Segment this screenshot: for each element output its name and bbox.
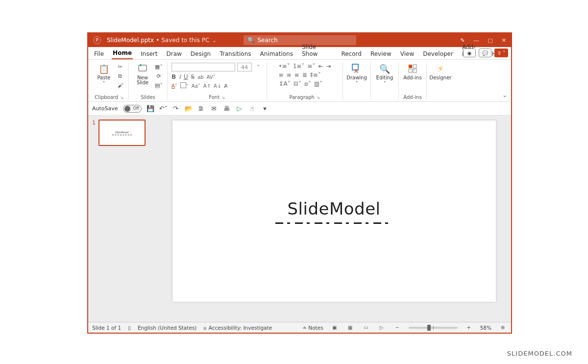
slide-thumbnail-1[interactable]: SlideModel <box>98 120 146 146</box>
chevron-down-icon[interactable]: ˅ <box>254 63 263 71</box>
font-color-button[interactable]: A˅ <box>172 83 177 89</box>
fit-to-window-button[interactable]: ⊕ <box>498 324 507 331</box>
align-left-button[interactable]: ≡ <box>278 72 283 78</box>
cut-button[interactable]: ✂ <box>116 63 124 71</box>
thumbnail-number: 1 <box>92 120 96 146</box>
align-center-button[interactable]: ≡ <box>287 72 292 78</box>
new-slide-button[interactable]: New Slide <box>133 63 152 85</box>
save-state[interactable]: Saved to this PC <box>161 37 209 44</box>
copy-button[interactable]: ⧉ <box>116 72 124 80</box>
slide-canvas-area[interactable]: SlideModel <box>157 116 511 322</box>
email-button[interactable]: ✉ <box>210 105 218 112</box>
columns-button[interactable]: ▥˅ <box>314 80 322 87</box>
slide[interactable]: SlideModel <box>172 121 496 302</box>
dashed-line-shape[interactable] <box>275 222 393 224</box>
smartart-button[interactable]: ⧈˅ <box>304 80 311 87</box>
maximize-button[interactable]: ▢ <box>488 37 492 44</box>
slideshow-view-button[interactable]: ▷ <box>377 324 386 331</box>
shadow-button[interactable]: ab <box>197 74 203 80</box>
reading-view-button[interactable]: ▭ <box>362 324 370 331</box>
align-right-button[interactable]: ≡ <box>294 72 299 78</box>
character-spacing-button[interactable]: AV˅ <box>207 74 216 80</box>
text-direction-button[interactable]: ↕A˅ <box>278 80 290 87</box>
watermark: SLIDEMODEL.COM <box>507 350 572 357</box>
slide-sorter-button[interactable]: ▦ <box>346 324 355 331</box>
numbering-button[interactable]: 1≡˅ <box>293 63 305 70</box>
undo-button[interactable]: ↶˅ <box>159 105 167 112</box>
slide-counter[interactable]: Slide 1 of 1 <box>92 325 121 331</box>
section-button[interactable]: ▤˅ <box>154 81 163 89</box>
tab-transitions[interactable]: Transitions <box>219 49 252 59</box>
change-case-button[interactable]: Aa˅ <box>192 83 200 89</box>
editing-button[interactable]: 🔍 Editing˅ <box>375 63 394 86</box>
tab-file[interactable]: File <box>93 49 105 59</box>
normal-view-button[interactable]: ▣ <box>330 324 339 331</box>
justify-button[interactable]: ≣ <box>302 72 307 78</box>
tab-review[interactable]: Review <box>369 49 392 59</box>
dialog-launcher-icon[interactable]: ↘ <box>221 95 225 100</box>
touch-mode-button[interactable]: ☝ <box>248 105 256 112</box>
grow-font-button[interactable]: A↑ <box>203 83 211 89</box>
layout-button[interactable]: ▦˅ <box>154 63 163 71</box>
strikethrough-button[interactable]: S <box>191 73 195 80</box>
accessibility-status[interactable]: ⍟ Accessibility: Investigate <box>203 325 272 331</box>
addins-button[interactable]: Add-ins <box>403 63 422 80</box>
font-size-combo[interactable]: 44 <box>237 63 252 72</box>
tab-insert[interactable]: Insert <box>140 49 158 59</box>
font-family-combo[interactable] <box>172 63 235 72</box>
drawing-button[interactable]: A Drawing˅ <box>347 63 367 86</box>
highlight-button[interactable]: ˅ <box>180 82 189 89</box>
open-button[interactable]: 📂 <box>185 105 193 112</box>
dialog-launcher-icon[interactable]: ↘ <box>317 95 320 100</box>
zoom-in-button[interactable]: + <box>465 324 473 331</box>
chevron-down-icon[interactable]: ⌄ <box>212 38 216 43</box>
bullets-button[interactable]: •≡˅ <box>278 63 290 70</box>
zoom-slider[interactable] <box>409 327 458 329</box>
collapse-ribbon-button[interactable]: ⌄ <box>502 92 507 98</box>
share-button[interactable]: ⇧ ˅ <box>494 49 508 57</box>
from-beginning-button[interactable]: ▷ <box>236 105 244 112</box>
bold-button[interactable]: B <box>172 73 176 80</box>
line-spacing-button[interactable]: ‡≡˅ <box>310 72 321 78</box>
tab-draw[interactable]: Draw <box>165 49 182 59</box>
tab-home[interactable]: Home <box>112 48 133 59</box>
increase-indent-button[interactable]: ⇥ <box>326 63 331 70</box>
record-presentation-button[interactable]: ◉ <box>463 49 476 57</box>
dialog-launcher-icon[interactable]: ↘ <box>120 95 124 100</box>
tab-design[interactable]: Design <box>190 49 212 59</box>
redo-button[interactable]: ↷ <box>172 105 180 112</box>
italic-button[interactable]: I <box>179 73 181 80</box>
book-icon[interactable]: ▯ <box>128 325 131 331</box>
svg-text:A: A <box>354 68 358 74</box>
tab-record[interactable]: Record <box>340 49 362 59</box>
tab-animations[interactable]: Animations <box>259 49 294 59</box>
comments-button[interactable]: 💬 <box>479 49 491 57</box>
document-name[interactable]: SlideModel.pptx <box>107 37 154 44</box>
reset-button[interactable]: ⟳ <box>154 72 163 80</box>
tab-view[interactable]: View <box>399 49 415 59</box>
zoom-out-button[interactable]: − <box>393 324 402 331</box>
zoom-level[interactable]: 58% <box>480 325 491 331</box>
autosave-toggle[interactable]: Off <box>123 105 142 113</box>
tab-slideshow[interactable]: Slide Show <box>301 42 333 59</box>
list-level-button[interactable]: ≡˅ <box>307 63 315 70</box>
format-painter-button[interactable]: 🖌 <box>116 81 124 89</box>
slide-title[interactable]: SlideModel <box>287 199 380 218</box>
paste-button[interactable]: 📋 Paste ˅ <box>94 63 114 86</box>
language-status[interactable]: English (United States) <box>138 325 197 331</box>
new-file-button[interactable]: 🗎 <box>197 105 205 112</box>
decrease-indent-button[interactable]: ⇤ <box>318 63 323 70</box>
shrink-font-button[interactable]: A↓ <box>214 83 221 89</box>
close-button[interactable]: ✕ <box>502 37 506 44</box>
underline-button[interactable]: U <box>184 73 188 80</box>
align-text-button[interactable]: ⊟˅ <box>294 80 301 87</box>
customize-qat-button[interactable]: ▾ <box>261 105 269 112</box>
slide-thumbnails-panel[interactable]: 1 SlideModel <box>88 116 157 322</box>
quick-print-button[interactable]: 🖶 <box>223 105 231 112</box>
search-box[interactable]: 🔍 Search <box>244 35 356 45</box>
save-button[interactable]: 💾 <box>147 105 154 112</box>
tab-developer[interactable]: Developer <box>422 49 454 59</box>
designer-button[interactable]: ⚡ Designer <box>431 63 450 80</box>
clear-formatting-button[interactable]: A̷ <box>224 83 227 89</box>
notes-button[interactable]: ≐ Notes <box>302 325 323 331</box>
